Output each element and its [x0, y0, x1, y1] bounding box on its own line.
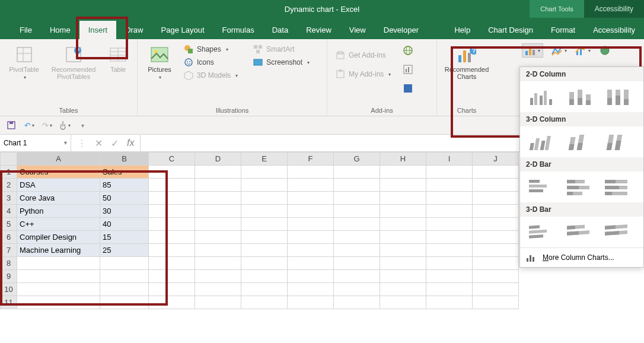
cell[interactable]: [100, 283, 149, 296]
3d-100-stacked-column-choice[interactable]: [602, 131, 632, 153]
pivottable-button[interactable]: PivotTable ▾: [5, 42, 43, 80]
cell[interactable]: [334, 296, 380, 309]
cell[interactable]: [380, 257, 426, 270]
cell[interactable]: [17, 257, 100, 270]
row-header[interactable]: 11: [1, 296, 17, 309]
cell[interactable]: Machine Learning: [17, 244, 100, 257]
cell[interactable]: Compiler Design: [17, 231, 100, 244]
cell[interactable]: [473, 296, 519, 309]
cell[interactable]: [149, 270, 195, 283]
3d-stacked-column-choice[interactable]: [564, 131, 594, 153]
cell[interactable]: [100, 257, 149, 270]
cell[interactable]: [288, 166, 334, 179]
chevron-down-icon[interactable]: ▼: [63, 140, 68, 146]
cell[interactable]: [195, 166, 241, 179]
cancel-formula-button[interactable]: ✕: [95, 138, 103, 149]
row-header[interactable]: 4: [1, 205, 17, 218]
cell[interactable]: [380, 179, 426, 192]
cell[interactable]: 25: [100, 244, 149, 257]
cell[interactable]: [426, 166, 473, 179]
icons-button[interactable]: Icons: [180, 56, 241, 69]
3d-clustered-bar-choice[interactable]: [526, 221, 556, 243]
row-header[interactable]: 5: [1, 218, 17, 231]
cell[interactable]: [473, 218, 519, 231]
cell[interactable]: [288, 257, 334, 270]
cell[interactable]: [380, 296, 426, 309]
cell[interactable]: [473, 179, 519, 192]
cell[interactable]: [426, 179, 473, 192]
screenshot-button[interactable]: Screenshot▾: [250, 56, 313, 69]
name-box-input[interactable]: [4, 139, 56, 147]
col-header-A[interactable]: A: [17, 153, 100, 166]
cell[interactable]: [149, 244, 195, 257]
tab-page-layout[interactable]: Page Layout: [152, 21, 213, 39]
cell[interactable]: [241, 218, 288, 231]
cell[interactable]: [380, 231, 426, 244]
cell[interactable]: [288, 296, 334, 309]
cell[interactable]: [195, 192, 241, 205]
tab-accessibility[interactable]: Accessibility: [584, 21, 644, 39]
cell[interactable]: [149, 257, 195, 270]
undo-button[interactable]: ↶▾: [21, 118, 37, 132]
cell[interactable]: [288, 218, 334, 231]
cell[interactable]: [100, 296, 149, 309]
people-graph-icon[interactable]: [403, 64, 413, 77]
cell[interactable]: [195, 270, 241, 283]
combo-chart-button[interactable]: ▾: [575, 45, 591, 56]
maps-button[interactable]: [599, 45, 611, 56]
cell[interactable]: [334, 244, 380, 257]
col-header-G[interactable]: G: [334, 153, 380, 166]
cell[interactable]: [288, 231, 334, 244]
cell[interactable]: [473, 244, 519, 257]
col-header-B[interactable]: B: [100, 153, 149, 166]
cell[interactable]: [288, 205, 334, 218]
cell[interactable]: [241, 205, 288, 218]
more-column-charts-button[interactable]: More Column Charts...: [520, 247, 643, 267]
row-header[interactable]: 2: [1, 179, 17, 192]
tab-draw[interactable]: Draw: [116, 21, 152, 39]
cell[interactable]: [288, 244, 334, 257]
3d-models-button[interactable]: 3D Models▾: [180, 69, 241, 82]
cell[interactable]: [241, 231, 288, 244]
cell[interactable]: [195, 244, 241, 257]
cell[interactable]: [100, 270, 149, 283]
cell[interactable]: [426, 283, 473, 296]
cell[interactable]: Sales: [100, 166, 149, 179]
cell[interactable]: [473, 231, 519, 244]
cell[interactable]: [473, 257, 519, 270]
line-chart-button[interactable]: ▾: [551, 45, 567, 56]
cell[interactable]: [473, 283, 519, 296]
cell[interactable]: [149, 166, 195, 179]
cell[interactable]: [426, 192, 473, 205]
cell[interactable]: 40: [100, 218, 149, 231]
col-header-I[interactable]: I: [426, 153, 473, 166]
cell[interactable]: [149, 283, 195, 296]
col-header-F[interactable]: F: [288, 153, 334, 166]
cell[interactable]: [380, 205, 426, 218]
tab-formulas[interactable]: Formulas: [213, 21, 263, 39]
row-header[interactable]: 1: [1, 166, 17, 179]
name-box[interactable]: ▼: [0, 135, 71, 151]
smartart-button[interactable]: SmartArt: [250, 43, 313, 56]
cell[interactable]: [473, 166, 519, 179]
cell[interactable]: [426, 231, 473, 244]
visio-icon[interactable]: [403, 83, 413, 96]
cell[interactable]: [380, 244, 426, 257]
tab-help[interactable]: Help: [445, 21, 479, 39]
customize-qat-button[interactable]: ▾: [75, 118, 90, 132]
cell[interactable]: [195, 296, 241, 309]
cell[interactable]: [241, 283, 288, 296]
cell[interactable]: [288, 179, 334, 192]
cell[interactable]: [149, 231, 195, 244]
pictures-button[interactable]: Pictures ▾: [142, 42, 177, 80]
stacked-column-choice[interactable]: [564, 86, 594, 107]
cell[interactable]: [380, 192, 426, 205]
cell[interactable]: 50: [100, 192, 149, 205]
col-header-H[interactable]: H: [380, 153, 426, 166]
cell[interactable]: [288, 192, 334, 205]
cell[interactable]: [241, 257, 288, 270]
cell[interactable]: 15: [100, 231, 149, 244]
cell[interactable]: [426, 218, 473, 231]
cell[interactable]: [334, 218, 380, 231]
select-all-corner[interactable]: [1, 153, 17, 166]
